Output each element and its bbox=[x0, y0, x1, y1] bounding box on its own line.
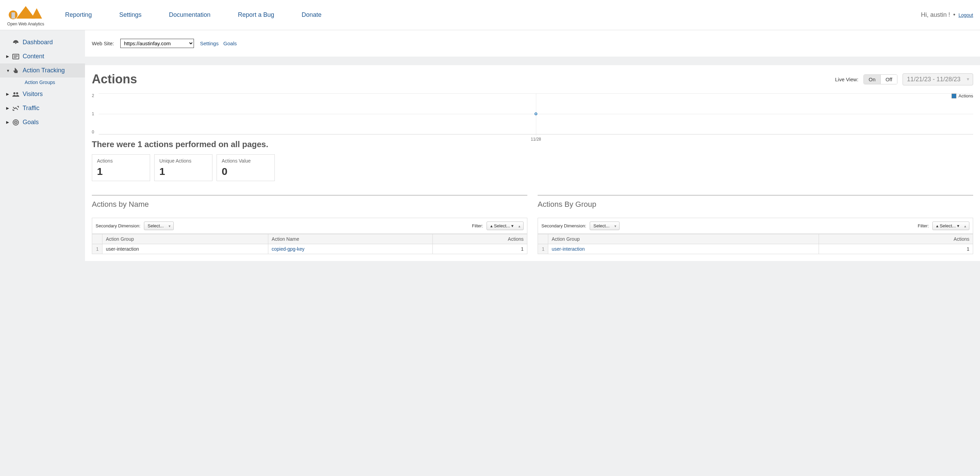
col-actions: Actions bbox=[433, 234, 527, 244]
sidebar-item-dashboard[interactable]: Dashboard bbox=[0, 35, 85, 50]
svg-point-13 bbox=[16, 122, 16, 123]
site-bar-links: Settings Goals bbox=[200, 40, 240, 46]
svg-marker-0 bbox=[16, 6, 35, 19]
nav-donate[interactable]: Donate bbox=[302, 11, 321, 19]
by-name-controls: Secondary Dimension: Select... Filter: ▴… bbox=[92, 218, 527, 234]
row-group: user-interaction bbox=[548, 244, 819, 254]
title-row: Actions Live View: On Off 11/21/23 - 11/… bbox=[92, 72, 973, 86]
logo-text: Open Web Analytics bbox=[7, 22, 44, 26]
sidebar-label: Action Tracking bbox=[22, 67, 65, 74]
pointer-icon bbox=[12, 67, 20, 74]
row-actions: 1 bbox=[433, 244, 527, 254]
svg-marker-1 bbox=[32, 8, 42, 19]
dim-label: Secondary Dimension: bbox=[95, 223, 140, 228]
nav-report-bug[interactable]: Report a Bug bbox=[238, 11, 274, 19]
dimension-select[interactable]: Select... bbox=[144, 222, 174, 230]
content-icon bbox=[12, 53, 20, 60]
caret-right-icon: ▶ bbox=[6, 92, 10, 96]
site-goals-link[interactable]: Goals bbox=[223, 40, 237, 46]
data-point bbox=[535, 112, 537, 115]
stat-label: Unique Actions bbox=[159, 158, 207, 164]
stat-value: 0 bbox=[222, 166, 270, 177]
stat-value: 1 bbox=[159, 166, 207, 177]
y-axis: 2 1 0 bbox=[92, 93, 94, 134]
logo[interactable]: Open Web Analytics bbox=[7, 4, 45, 26]
row-actions: 1 bbox=[819, 244, 973, 254]
stat-row: Actions 1 Unique Actions 1 Actions Value… bbox=[92, 154, 973, 181]
svg-point-9 bbox=[13, 92, 16, 94]
col-idx bbox=[92, 234, 102, 244]
actions-chart: Actions 2 1 0 11/28 bbox=[92, 93, 973, 134]
stat-actions-value: Actions Value 0 bbox=[216, 154, 275, 181]
y-tick: 1 bbox=[92, 112, 94, 116]
website-label: Web Site: bbox=[92, 40, 114, 46]
owa-logo-icon bbox=[7, 4, 45, 21]
sidebar-item-content[interactable]: ▶ Content bbox=[0, 50, 85, 64]
chart-plot-area: 11/28 bbox=[99, 93, 973, 134]
col-title: Actions by Name bbox=[92, 195, 527, 212]
action-group-link[interactable]: user-interaction bbox=[552, 246, 585, 252]
goals-icon bbox=[12, 119, 20, 126]
sidebar-item-goals[interactable]: ▶ Goals bbox=[0, 115, 85, 129]
live-view-label: Live View: bbox=[835, 77, 858, 82]
content: Web Site: https://austinfay.com Settings… bbox=[85, 30, 980, 476]
sidebar-label: Content bbox=[22, 53, 44, 60]
separator: • bbox=[953, 11, 955, 18]
panel: Actions Live View: On Off 11/21/23 - 11/… bbox=[85, 65, 980, 261]
logout-link[interactable]: Logout bbox=[958, 12, 973, 18]
user-greeting: Hi, austin ! bbox=[921, 11, 950, 18]
stat-unique-actions: Unique Actions 1 bbox=[154, 154, 212, 181]
caret-down-icon: ▼ bbox=[6, 69, 10, 73]
table-row: 1 user-interaction copied-gpg-key 1 bbox=[92, 244, 527, 254]
dimension-select[interactable]: Select... bbox=[590, 222, 619, 230]
sidebar: Dashboard ▶ Content ▼ Action Tracking Ac… bbox=[0, 30, 85, 476]
sidebar-label: Dashboard bbox=[22, 39, 53, 46]
col-title: Actions By Group bbox=[538, 195, 973, 212]
filter-select[interactable]: ▴ Select... ▾ bbox=[487, 222, 523, 230]
sidebar-item-action-tracking[interactable]: ▼ Action Tracking bbox=[0, 64, 85, 78]
top-nav: Reporting Settings Documentation Report … bbox=[65, 11, 921, 19]
title-controls: Live View: On Off 11/21/23 - 11/28/23 ▼ bbox=[835, 73, 973, 85]
actions-by-group-col: Actions By Group Secondary Dimension: Se… bbox=[538, 195, 973, 254]
user-area: Hi, austin ! • Logout bbox=[921, 11, 973, 19]
nav-documentation[interactable]: Documentation bbox=[169, 11, 210, 19]
filter-label: Filter: bbox=[472, 223, 483, 228]
date-range-picker[interactable]: 11/21/23 - 11/28/23 ▼ bbox=[902, 73, 973, 85]
live-view-toggle[interactable]: On Off bbox=[864, 74, 897, 85]
col-action-name: Action Name bbox=[268, 234, 433, 244]
action-name-link[interactable]: copied-gpg-key bbox=[272, 246, 305, 252]
site-settings-link[interactable]: Settings bbox=[200, 40, 219, 46]
row-idx: 1 bbox=[92, 244, 102, 254]
traffic-icon bbox=[12, 105, 20, 112]
live-off[interactable]: Off bbox=[881, 75, 897, 84]
row-group: user-interaction bbox=[102, 244, 268, 254]
nav-settings[interactable]: Settings bbox=[119, 11, 142, 19]
row-idx: 1 bbox=[538, 244, 548, 254]
caret-right-icon: ▶ bbox=[6, 54, 10, 59]
actions-by-name-col: Actions by Name Secondary Dimension: Sel… bbox=[92, 195, 527, 254]
website-select[interactable]: https://austinfay.com bbox=[120, 39, 194, 48]
stat-value: 1 bbox=[97, 166, 145, 177]
sidebar-item-visitors[interactable]: ▶ Visitors bbox=[0, 87, 85, 101]
header: Open Web Analytics Reporting Settings Do… bbox=[0, 0, 980, 30]
sidebar-subitem-action-groups[interactable]: Action Groups bbox=[0, 78, 85, 87]
actions-by-name-table: Action Group Action Name Actions 1 user-… bbox=[92, 234, 527, 254]
by-group-controls: Secondary Dimension: Select... Filter: ▴… bbox=[538, 218, 973, 234]
caret-right-icon: ▶ bbox=[6, 106, 10, 110]
sidebar-item-traffic[interactable]: ▶ Traffic bbox=[0, 101, 85, 115]
nav-reporting[interactable]: Reporting bbox=[65, 11, 92, 19]
caret-right-icon: ▶ bbox=[6, 120, 10, 125]
live-on[interactable]: On bbox=[864, 75, 881, 84]
col-action-group: Action Group bbox=[102, 234, 268, 244]
action-groups-link[interactable]: Action Groups bbox=[25, 80, 55, 85]
date-range-text: 11/21/23 - 11/28/23 bbox=[907, 76, 961, 83]
filter-select[interactable]: ▴ Select... ▾ bbox=[932, 222, 969, 230]
y-tick: 2 bbox=[92, 93, 94, 98]
stat-label: Actions Value bbox=[222, 158, 270, 164]
y-tick: 0 bbox=[92, 129, 94, 134]
filter-label: Filter: bbox=[918, 223, 929, 228]
col-idx bbox=[538, 234, 548, 244]
col-actions: Actions bbox=[819, 234, 973, 244]
visitors-icon bbox=[12, 91, 20, 98]
stat-label: Actions bbox=[97, 158, 145, 164]
